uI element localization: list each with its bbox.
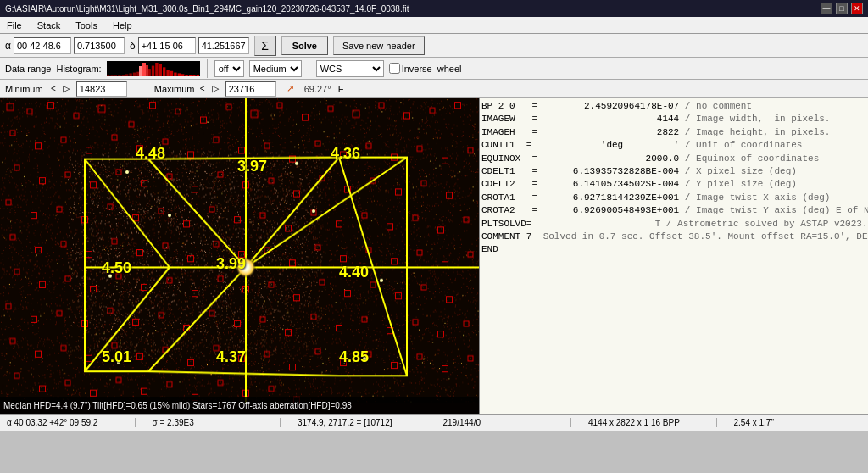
separator1 [207, 59, 208, 78]
global-status-bar: α 40 03.32 +42° 09 59.2 σ = 2.39E3 3174.… [0, 414, 868, 431]
max-gt: ▷ [212, 83, 219, 94]
fits-header-line: EQUINOX = 2000.0 / Equinox of coordinate… [481, 153, 866, 165]
fits-header-line: BP_2_0 = 2.45920964178E-07 / no comment [481, 100, 866, 113]
inverse-checkbox[interactable] [389, 63, 400, 74]
separator2 [309, 59, 309, 78]
stretch-select[interactable]: off on [214, 60, 244, 77]
toolbar-row1: α δ Σ Solve Save new header [0, 34, 868, 58]
fits-header-line: CDELT2 = 6.14105734502SE-004 / Y pixel s… [481, 178, 866, 191]
fits-header-line: CROTA2 = 6.92690054849SE+001 / Image twi… [481, 204, 866, 217]
fits-header-line: CUNIT1 = 'deg ' / Unit of coordinates [481, 139, 866, 152]
inverse-label: Inverse [402, 64, 432, 74]
maximize-button[interactable]: □ [836, 3, 848, 14]
image-status-bar: Median HFD=4.4 (9.7") Tilt[HFD]=0.65 (15… [0, 397, 479, 414]
fits-header-line: END [481, 243, 866, 256]
max-arrow[interactable]: < [200, 84, 205, 93]
menu-tools[interactable]: Tools [72, 20, 101, 31]
fits-image-canvas [0, 98, 479, 403]
menu-file[interactable]: File [3, 20, 25, 31]
min-value-input[interactable] [76, 81, 127, 97]
menu-bar: File Stack Tools Help [0, 17, 868, 34]
image-panel[interactable]: 4.48 3.97 4.36 4.50 3.99 4.40 5.01 4.37 … [0, 98, 479, 414]
delta-input[interactable] [138, 37, 196, 54]
delta-symbol: δ [130, 40, 136, 52]
fits-header-panel[interactable]: BP_2_0 = 2.45920964178E-07 / no commentI… [479, 98, 868, 414]
wheel-label: wheel [437, 64, 462, 74]
menu-stack[interactable]: Stack [34, 20, 64, 31]
fits-header-line: CDELT1 = 6.13935732828BE-004 / X pixel s… [481, 165, 866, 178]
inverse-group: Inverse wheel [389, 63, 462, 74]
main-content: 4.48 3.97 4.36 4.50 3.99 4.40 5.01 4.37 … [0, 98, 868, 414]
title-bar: G:\ASIAIR\Autorun\Light\M31\Light_M31_30… [0, 0, 868, 17]
delta-group: δ [130, 37, 249, 54]
fits-header-line: CROTA1 = 6.92718144239ZE+001 / Image twi… [481, 192, 866, 204]
maximum-label: Maximum [154, 84, 197, 94]
fits-header-line: PLTSOLVD= T / Astrometric solved by ASTA… [481, 218, 866, 231]
close-button[interactable]: ✕ [851, 3, 863, 14]
alpha-decimal[interactable] [74, 37, 125, 54]
histogram-canvas [107, 61, 200, 76]
fits-header-content: BP_2_0 = 2.45920964178E-07 / no commentI… [481, 100, 866, 257]
status-coords: α 40 03.32 +42° 09 59.2 [7, 418, 136, 427]
minimum-label: Minimum [5, 84, 47, 94]
solve-button[interactable]: Solve [281, 36, 328, 55]
window-controls[interactable]: — □ ✕ [821, 3, 863, 14]
alpha-group: α [5, 37, 125, 54]
min-gt: ▷ [63, 83, 70, 94]
size-select[interactable]: Medium Large Small [249, 60, 302, 77]
save-header-button[interactable]: Save new header [333, 36, 425, 55]
histogram-label: Histogram: [56, 64, 101, 74]
f-label: F [338, 84, 344, 94]
alpha-symbol: α [5, 40, 11, 52]
fits-header-line: COMMENT 7 Solved in 0.7 sec. Offset 38.5… [481, 231, 866, 243]
minimize-button[interactable]: — [821, 3, 832, 14]
status-dimensions: 4144 x 2822 x 1 16 BPP [588, 418, 717, 427]
status-pixel: 3174.9, 2717.2 = [10712] [298, 418, 426, 427]
delta-decimal[interactable] [198, 37, 249, 54]
wcs-select[interactable]: WCS None [316, 60, 384, 77]
toolbar-row2: Data range Histogram: off on Medium Larg… [0, 58, 868, 80]
angle-arrow-icon: ↗ [287, 83, 294, 94]
toolbar-row3: Minimum < ▷ Maximum < ▷ ↗ 69.27° F [0, 80, 868, 98]
alpha-input[interactable] [14, 37, 71, 54]
data-range-label: Data range [5, 64, 51, 74]
median-hfd-text: Median HFD=4.4 (9.7") Tilt[HFD]=0.65 (15… [3, 401, 352, 410]
status-scale: 2.54 x 1.7" [734, 418, 862, 427]
fits-header-line: IMAGEH = 2822 / Image height, in pixels. [481, 126, 866, 139]
min-arrow[interactable]: < [51, 84, 56, 93]
menu-help[interactable]: Help [109, 20, 136, 31]
max-value-input[interactable] [225, 81, 276, 97]
title-text: G:\ASIAIR\Autorun\Light\M31\Light_M31_30… [5, 4, 409, 14]
angle-value: 69.27° [304, 84, 331, 94]
status-sigma: σ = 2.39E3 [153, 418, 281, 427]
fits-header-line: IMAGEW = 4144 / Image width, in pixels. [481, 113, 866, 125]
sigma-button[interactable]: Σ [254, 36, 276, 56]
status-image-info: 219/144/0 [443, 418, 572, 427]
